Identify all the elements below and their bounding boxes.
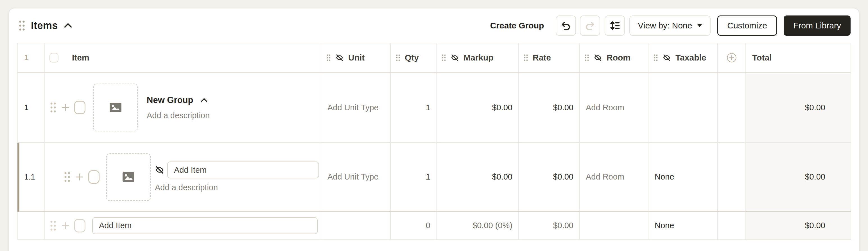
row-checkbox[interactable] — [74, 101, 86, 114]
header-unit: Unit — [321, 43, 391, 72]
items-table: 1 Item Unit — [18, 43, 851, 240]
group-total-cell: $0.00 — [746, 73, 851, 142]
new-extra-cell — [718, 212, 746, 240]
new-room-cell[interactable] — [580, 212, 648, 240]
new-item-input[interactable] — [92, 217, 318, 234]
table-header-row: 1 Item Unit — [18, 43, 851, 73]
eye-off-icon[interactable] — [451, 53, 459, 62]
row-height-button[interactable] — [604, 16, 625, 36]
sub-qty-cell[interactable]: 1 — [391, 143, 437, 211]
customize-button[interactable]: Customize — [717, 16, 777, 36]
header-qty: Qty — [391, 43, 437, 72]
header-row-number: 1 — [18, 43, 45, 72]
select-all-checkbox[interactable] — [50, 53, 59, 62]
header-add-column — [718, 43, 746, 72]
image-upload-placeholder[interactable] — [106, 153, 151, 201]
undo-icon — [560, 21, 571, 31]
redo-icon — [584, 21, 596, 31]
group-name-toggle[interactable]: New Group — [147, 95, 210, 105]
add-item-cell — [45, 212, 321, 240]
column-label-room: Room — [607, 53, 630, 62]
view-by-dropdown[interactable]: View by: None — [629, 16, 711, 36]
row-drag-handle-icon[interactable] — [50, 102, 57, 113]
eye-off-icon[interactable] — [335, 53, 344, 62]
group-extra-cell — [718, 73, 746, 142]
items-header-bar: Items Create Group — [9, 8, 859, 43]
collapse-section-chevron-up-icon[interactable] — [64, 23, 72, 29]
items-card: Items Create Group — [8, 8, 860, 251]
redo-button[interactable] — [580, 16, 600, 36]
column-label-markup: Markup — [464, 53, 494, 62]
image-upload-placeholder[interactable] — [93, 84, 138, 132]
new-total-cell: $0.00 — [746, 212, 851, 240]
sub-extra-cell — [718, 143, 746, 211]
item-name-input[interactable] — [167, 162, 319, 178]
sub-taxable-cell[interactable]: None — [648, 143, 718, 211]
table-row-sub-item: 1.1 — [18, 143, 851, 212]
group-taxable-cell[interactable] — [648, 73, 718, 142]
table-row-add-item: 0 $0.00 (0%) $0.00 None $0.00 — [18, 212, 851, 240]
column-drag-handle-icon[interactable] — [396, 54, 400, 61]
column-drag-handle-icon[interactable] — [654, 54, 658, 61]
view-by-label: View by: None — [638, 21, 692, 30]
group-room-cell[interactable]: Add Room — [580, 73, 648, 142]
column-drag-handle-icon[interactable] — [524, 54, 528, 61]
header-rate: Rate — [519, 43, 580, 72]
chevron-up-icon — [200, 97, 208, 103]
group-markup-cell[interactable]: $0.00 — [437, 73, 519, 142]
new-taxable-cell[interactable]: None — [648, 212, 718, 240]
row-checkbox[interactable] — [88, 170, 99, 184]
group-item-cell: New Group Add a description — [45, 73, 321, 142]
column-drag-handle-icon[interactable] — [585, 54, 589, 61]
group-description-placeholder[interactable]: Add a description — [147, 111, 210, 120]
caret-down-icon — [697, 24, 702, 27]
section-drag-handle-icon[interactable] — [18, 20, 26, 31]
sub-markup-cell[interactable]: $0.00 — [437, 143, 519, 211]
header-item: Item — [45, 43, 321, 72]
header-markup: Markup — [437, 43, 519, 72]
photo-icon — [123, 172, 134, 182]
column-drag-handle-icon[interactable] — [327, 54, 331, 61]
header-room: Room — [580, 43, 648, 72]
column-label-taxable: Taxable — [676, 53, 706, 62]
group-unit-cell[interactable]: Add Unit Type — [321, 73, 391, 142]
column-label-rate: Rate — [533, 53, 551, 62]
column-label-item: Item — [72, 53, 89, 62]
group-rate-cell[interactable]: $0.00 — [519, 73, 580, 142]
row-drag-handle-icon[interactable] — [64, 171, 71, 183]
row-number: 1 — [18, 73, 45, 142]
add-row-plus-icon[interactable] — [75, 173, 84, 181]
header-total: Total — [746, 43, 851, 72]
sub-room-cell[interactable]: Add Room — [580, 143, 648, 211]
column-label-unit: Unit — [348, 53, 365, 62]
add-row-plus-icon[interactable] — [61, 103, 70, 112]
column-drag-handle-icon[interactable] — [442, 54, 446, 61]
new-qty-cell[interactable]: 0 — [391, 212, 437, 240]
sub-unit-cell[interactable]: Add Unit Type — [321, 143, 391, 211]
add-row-plus-icon[interactable] — [61, 221, 70, 230]
row-drag-handle-icon[interactable] — [50, 220, 57, 231]
page-title: Items — [31, 20, 58, 31]
column-label-total: Total — [752, 53, 772, 62]
group-name: New Group — [147, 95, 193, 105]
row-checkbox[interactable] — [74, 219, 86, 232]
eye-off-icon[interactable] — [662, 53, 671, 62]
column-label-qty: Qty — [405, 53, 419, 62]
new-unit-cell[interactable] — [321, 212, 391, 240]
sub-rate-cell[interactable]: $0.00 — [519, 143, 580, 211]
group-qty-cell[interactable]: 1 — [391, 73, 437, 142]
row-number: 1.1 — [18, 143, 45, 211]
eye-off-icon[interactable] — [594, 53, 602, 62]
undo-button[interactable] — [556, 16, 576, 36]
item-description-placeholder[interactable]: Add a description — [155, 183, 319, 192]
new-markup-cell[interactable]: $0.00 (0%) — [437, 212, 519, 240]
plus-circle-icon[interactable] — [726, 53, 737, 63]
from-library-button[interactable]: From Library — [784, 16, 850, 36]
table-row-group: 1 — [18, 73, 851, 143]
row-number-empty — [18, 212, 45, 240]
new-rate-cell[interactable]: $0.00 — [519, 212, 580, 240]
header-taxable: Taxable — [648, 43, 718, 72]
create-group-button[interactable]: Create Group — [490, 21, 544, 30]
sub-total-cell: $0.00 — [746, 143, 851, 211]
eye-off-icon[interactable] — [155, 165, 164, 175]
